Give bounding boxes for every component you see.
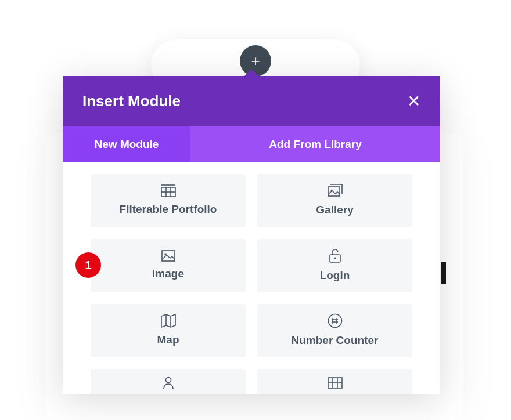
gallery-icon [328,184,343,198]
module-label: Login [320,269,350,282]
close-icon: ✕ [407,92,420,110]
svg-point-14 [328,314,341,328]
svg-point-19 [165,378,171,383]
plus-icon: + [251,52,260,70]
close-button[interactable]: ✕ [407,93,420,110]
grid-icon [161,184,176,197]
module-portfolio[interactable] [257,369,412,394]
tab-new-module[interactable]: New Module [63,126,190,162]
modal-title: Insert Module [82,92,181,110]
annotation-badge-1: 1 [75,252,101,278]
svg-rect-5 [328,187,340,196]
module-label: Image [152,267,184,280]
svg-point-8 [164,253,167,255]
modal-tabs: New Module Add From Library [63,126,440,162]
module-map[interactable]: Map [91,304,246,357]
modal-arrow [244,69,259,77]
person-icon [163,376,174,389]
hash-circle-icon [328,313,343,328]
module-label: Number Counter [292,334,379,347]
modal-header: Insert Module ✕ [63,76,440,126]
image-icon [161,250,175,262]
module-label: Map [157,334,179,346]
svg-rect-7 [162,251,175,261]
module-grid: Filterable Portfolio Gallery [91,174,412,394]
module-label: Filterable Portfolio [120,203,217,216]
module-gallery[interactable]: Gallery [257,174,412,227]
module-number-counter[interactable]: Number Counter [257,304,412,357]
svg-marker-11 [161,314,175,327]
module-image[interactable]: Image [91,239,246,292]
module-label: Gallery [316,204,353,216]
svg-point-10 [334,258,336,259]
module-login[interactable]: Login [257,239,412,292]
table-icon [328,377,343,389]
unlock-icon [329,248,341,263]
scrollbar-thumb[interactable] [441,262,446,284]
module-filterable-portfolio[interactable]: Filterable Portfolio [91,174,246,227]
map-icon [161,314,176,328]
tab-add-from-library[interactable]: Add From Library [190,126,440,162]
module-person[interactable] [91,369,246,394]
insert-module-modal: Insert Module ✕ New Module Add From Libr… [63,76,440,394]
module-grid-wrap: Filterable Portfolio Gallery [63,162,440,394]
